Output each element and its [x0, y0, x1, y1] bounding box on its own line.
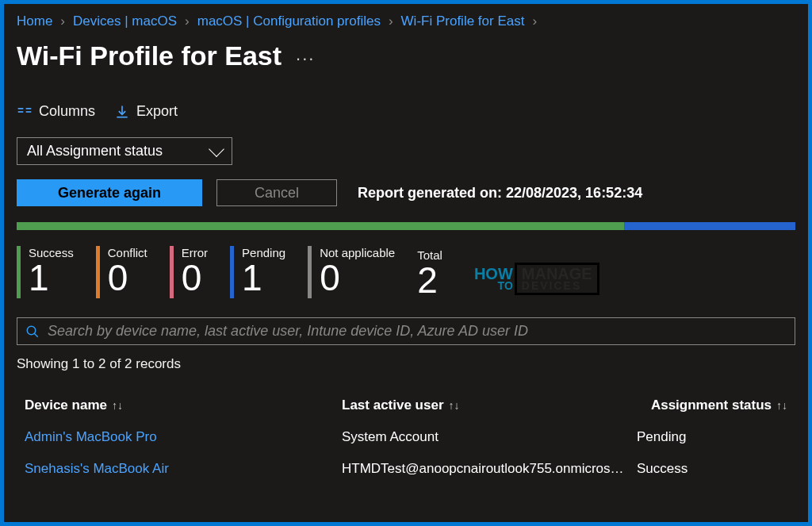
breadcrumb-config-profiles[interactable]: macOS | Configuration profiles	[197, 13, 381, 29]
cell-status: Pending	[637, 429, 787, 445]
cell-status: Success	[637, 461, 787, 477]
watermark-left: HOW TO	[474, 267, 513, 291]
stat-error[interactable]: Error 0	[170, 246, 208, 298]
toolbar: Columns Export	[17, 103, 795, 120]
sort-icon: ↑↓	[449, 399, 460, 412]
breadcrumb-wifi-profile[interactable]: Wi-Fi Profile for East	[401, 13, 525, 29]
stat-total[interactable]: Total 2	[417, 248, 442, 298]
stat-value: 1	[242, 259, 285, 296]
table-row[interactable]: Admin's MacBook Pro System Account Pendi…	[17, 421, 795, 453]
breadcrumb-home[interactable]: Home	[17, 13, 52, 29]
svg-line-7	[34, 333, 38, 337]
breadcrumb-devices-macos[interactable]: Devices | macOS	[73, 13, 177, 29]
progress-segment-pending	[624, 222, 795, 230]
stat-bar-icon	[230, 246, 234, 298]
stat-bar-icon	[96, 246, 100, 298]
column-header-user[interactable]: Last active user ↑↓	[342, 397, 637, 413]
generate-again-button[interactable]: Generate again	[17, 179, 202, 206]
svg-point-6	[27, 326, 36, 335]
page-title: Wi-Fi Profile for East	[17, 40, 282, 71]
columns-icon	[17, 104, 33, 120]
columns-label: Columns	[39, 103, 95, 120]
report-generated-timestamp: Report generated on: 22/08/2023, 16:52:3…	[358, 185, 642, 202]
column-header-status[interactable]: Assignment status ↑↓	[637, 397, 787, 413]
stat-pending[interactable]: Pending 1	[230, 246, 285, 298]
search-icon	[25, 324, 40, 339]
stat-value: 1	[29, 259, 74, 296]
breadcrumb: Home › Devices | macOS › macOS | Configu…	[17, 13, 795, 29]
export-button[interactable]: Export	[114, 103, 178, 120]
columns-button[interactable]: Columns	[17, 103, 95, 120]
download-icon	[114, 104, 130, 120]
status-progress-bar	[17, 222, 795, 230]
device-link[interactable]: Admin's MacBook Pro	[25, 429, 157, 444]
device-link[interactable]: Snehasis's MacBook Air	[25, 461, 169, 476]
sort-icon: ↑↓	[776, 399, 787, 412]
progress-segment-success	[17, 222, 624, 230]
cancel-button[interactable]: Cancel	[216, 179, 337, 206]
export-label: Export	[136, 103, 178, 120]
chevron-down-icon	[209, 141, 224, 157]
chevron-right-icon: ›	[60, 13, 65, 29]
assignment-status-filter[interactable]: All Assignment status	[17, 137, 232, 165]
stat-value: 0	[320, 259, 395, 296]
cell-user: System Account	[342, 429, 637, 445]
watermark-logo: HOW TO MANAGE DEVICES	[474, 263, 599, 295]
stat-bar-icon	[308, 246, 312, 298]
stat-conflict[interactable]: Conflict 0	[96, 246, 147, 298]
stat-bar-icon	[170, 246, 174, 298]
column-label: Device name	[25, 397, 107, 413]
stat-value: 0	[108, 259, 147, 296]
table-row[interactable]: Snehasis's MacBook Air HTMDTest@anoopcna…	[17, 453, 795, 485]
search-field-wrapper[interactable]	[17, 317, 795, 345]
stat-bar-icon	[17, 246, 21, 298]
results-table: Device name ↑↓ Last active user ↑↓ Assig…	[17, 390, 795, 485]
column-header-device[interactable]: Device name ↑↓	[25, 397, 342, 413]
filter-selected-value: All Assignment status	[27, 143, 163, 159]
stat-not-applicable[interactable]: Not applicable 0	[308, 246, 395, 298]
status-summary: Success 1 Conflict 0 Error 0 Pending 1 N…	[17, 246, 795, 298]
watermark-right: MANAGE DEVICES	[515, 263, 599, 295]
cell-user: HTMDTest@anoopcnairoutlook755.onmicrosof…	[342, 461, 637, 477]
search-input[interactable]	[48, 323, 787, 340]
chevron-right-icon: ›	[389, 13, 393, 29]
table-header: Device name ↑↓ Last active user ↑↓ Assig…	[17, 390, 795, 421]
column-label: Last active user	[342, 397, 444, 413]
column-label: Assignment status	[651, 397, 772, 413]
sort-icon: ↑↓	[112, 399, 123, 412]
chevron-right-icon: ›	[532, 13, 537, 29]
records-count-text: Showing 1 to 2 of 2 records	[17, 356, 795, 372]
chevron-right-icon: ›	[185, 13, 190, 29]
more-options-icon[interactable]: ···	[296, 48, 315, 69]
stat-success[interactable]: Success 1	[17, 246, 74, 298]
stat-value: 2	[417, 262, 442, 298]
stat-value: 0	[182, 259, 208, 296]
